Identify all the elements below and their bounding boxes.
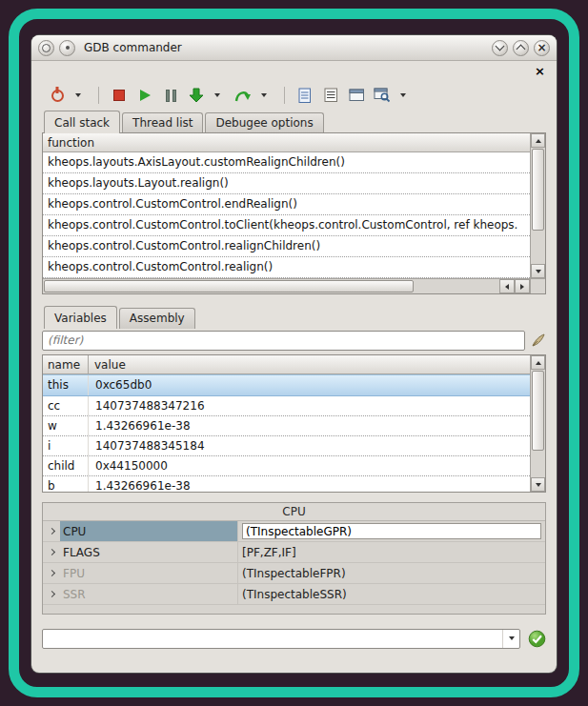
- column-header-function[interactable]: function: [43, 136, 94, 150]
- cpu-value-editor[interactable]: [242, 523, 541, 539]
- dropdown-arrow-icon: [261, 93, 267, 97]
- call-stack-row[interactable]: kheops.control.CustomControl.endRealign(…: [43, 194, 530, 215]
- variable-row[interactable]: this 0xc65db0: [43, 374, 530, 396]
- arrow-down-icon: [536, 270, 541, 273]
- dropdown-arrow-icon: [214, 93, 220, 97]
- tab-debugee-options[interactable]: Debugee options: [205, 112, 323, 133]
- cpu-row[interactable]: FPU (TInspectableFPR): [43, 563, 545, 584]
- variable-name: child: [43, 456, 89, 475]
- step-into-icon: [189, 88, 204, 103]
- call-list-icon: [324, 88, 338, 103]
- variable-row[interactable]: b 1.43266961e-38: [43, 476, 530, 492]
- step-into-dropdown-button[interactable]: [208, 84, 227, 107]
- variable-row[interactable]: child 0x44150000: [43, 456, 530, 476]
- expand-chevron-icon[interactable]: [43, 563, 60, 583]
- cpu-panel-filler: [43, 605, 545, 614]
- debug-toolbar: [42, 80, 546, 111]
- variable-row[interactable]: i 140737488345184: [43, 436, 530, 456]
- source-file-icon: [298, 88, 312, 104]
- scroll-down-button[interactable]: [531, 477, 545, 492]
- call-stack-row[interactable]: kheops.layouts.Layout.realign(): [43, 173, 530, 194]
- cpu-row[interactable]: SSR (TInspectableSSR): [43, 584, 545, 605]
- step-over-icon: [234, 89, 252, 103]
- pin-button[interactable]: [59, 40, 75, 56]
- expand-chevron-icon[interactable]: [43, 521, 60, 541]
- horizontal-scrollbar[interactable]: [43, 278, 530, 293]
- call-stack-list: function kheops.layouts.AxisLayout.custo…: [43, 133, 530, 278]
- command-input[interactable]: [43, 630, 502, 648]
- inspect-dropdown-button[interactable]: [394, 84, 413, 107]
- run-button[interactable]: [135, 84, 154, 107]
- filter-edit-button[interactable]: [531, 333, 546, 348]
- expand-chevron-icon[interactable]: [43, 542, 60, 562]
- minimize-button[interactable]: [492, 40, 508, 56]
- variable-name: i: [43, 436, 89, 455]
- scroll-down-button[interactable]: [531, 264, 545, 278]
- scroll-right-button[interactable]: [515, 279, 530, 293]
- call-stack-row[interactable]: kheops.control.CustomControl.realignChil…: [43, 236, 530, 257]
- step-over-button[interactable]: [233, 84, 253, 107]
- step-over-dropdown-button[interactable]: [254, 84, 274, 107]
- variable-name: cc: [43, 396, 89, 415]
- step-into-button[interactable]: [187, 84, 206, 107]
- variable-value: 140737488345184: [89, 436, 530, 455]
- watch-window-button[interactable]: [347, 84, 366, 107]
- titlebar[interactable]: GDB commander ×: [31, 35, 557, 61]
- stop-button[interactable]: [110, 84, 129, 107]
- scrollbar-corner: [530, 278, 545, 293]
- pause-button[interactable]: [161, 84, 180, 107]
- tab-thread-list[interactable]: Thread list: [122, 112, 203, 133]
- filter-row: [42, 328, 546, 353]
- cpu-row-value: (TInspectableSSR): [238, 584, 545, 604]
- app-icon: [42, 44, 51, 52]
- filter-pen-icon: [531, 333, 546, 348]
- app-menu-icon[interactable]: [38, 40, 54, 56]
- command-combobox[interactable]: [42, 629, 520, 649]
- stop-icon: [113, 90, 125, 101]
- cpu-row[interactable]: FLAGS [PF,ZF,IF]: [43, 542, 545, 563]
- vertical-scrollbar[interactable]: [530, 133, 545, 278]
- scrollbar-thumb[interactable]: [532, 371, 544, 451]
- variable-row[interactable]: cc 140737488347216: [43, 396, 530, 416]
- cpu-row-name: SSR: [60, 584, 238, 604]
- call-stack-row[interactable]: kheops.control.CustomControl.realign(): [43, 257, 530, 278]
- source-file-button[interactable]: [295, 84, 314, 107]
- dock-close-button[interactable]: ×: [535, 65, 545, 77]
- arrow-left-icon: [505, 284, 509, 290]
- arrow-right-icon: [520, 284, 524, 290]
- window-title: GDB commander: [84, 41, 487, 54]
- close-button[interactable]: ×: [534, 40, 550, 56]
- variable-name: this: [43, 375, 89, 395]
- maximize-button[interactable]: [513, 40, 529, 56]
- expand-chevron-icon[interactable]: [43, 584, 60, 604]
- cpu-row[interactable]: CPU: [43, 521, 545, 542]
- scroll-up-button[interactable]: [531, 133, 545, 148]
- vertical-scrollbar[interactable]: [530, 355, 545, 492]
- column-header-value[interactable]: value: [89, 358, 530, 372]
- call-list-button[interactable]: [321, 84, 340, 107]
- tab-assembly[interactable]: Assembly: [119, 308, 195, 329]
- arrow-up-icon: [536, 361, 541, 365]
- call-stack-row[interactable]: kheops.control.CustomControl.toClient(kh…: [43, 215, 530, 236]
- call-stack-panel: function kheops.layouts.AxisLayout.custo…: [42, 132, 546, 294]
- filter-input[interactable]: [42, 331, 525, 351]
- window-content: ×: [31, 61, 557, 673]
- variable-row[interactable]: w 1.43266961e-38: [43, 416, 530, 436]
- call-stack-row[interactable]: kheops.layouts.AxisLayout.customRealignC…: [43, 152, 530, 173]
- arrow-down-icon: [536, 483, 541, 487]
- check-icon: [528, 630, 546, 648]
- column-header-name[interactable]: name: [43, 355, 89, 373]
- scrollbar-thumb[interactable]: [44, 280, 414, 292]
- tab-call-stack[interactable]: Call stack: [44, 111, 120, 133]
- combo-dropdown-button[interactable]: [502, 630, 519, 648]
- accept-button[interactable]: [528, 630, 546, 648]
- scrollbar-thumb[interactable]: [532, 149, 544, 231]
- power-button[interactable]: [48, 84, 67, 107]
- inspect-window-button[interactable]: [373, 84, 392, 107]
- cpu-row-name: CPU: [60, 521, 238, 541]
- tab-variables[interactable]: Variables: [44, 306, 117, 329]
- watch-window-icon: [349, 89, 365, 102]
- power-dropdown-button[interactable]: [69, 84, 88, 107]
- scroll-up-button[interactable]: [531, 355, 545, 370]
- scroll-left-button[interactable]: [499, 279, 515, 293]
